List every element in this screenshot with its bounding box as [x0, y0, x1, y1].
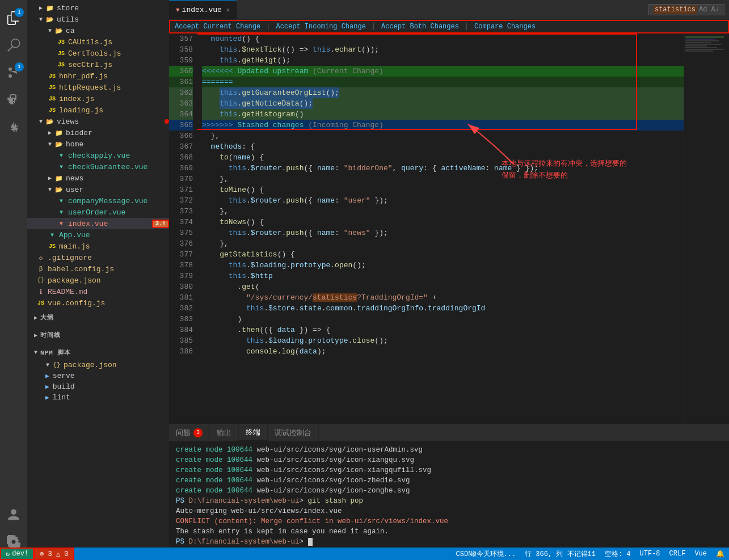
- sidebar-item-cautils[interactable]: JS CAUtils.js: [27, 36, 169, 48]
- npm-build[interactable]: ▶ build: [27, 381, 169, 392]
- terminal-line-2: create mode 100644 web-ui/src/icons/svg/…: [176, 455, 722, 465]
- secctrl-label: secCtrl.js: [68, 61, 169, 69]
- sidebar-item-certtools[interactable]: JS CertTools.js: [27, 48, 169, 59]
- search-widget[interactable]: statistics Ad A↓: [648, 4, 724, 15]
- tab-problems[interactable]: 问题 3: [169, 424, 210, 441]
- sidebar-item-user[interactable]: ▼ 📂 user: [27, 184, 169, 195]
- outline-title[interactable]: ▶ 大纲: [27, 311, 169, 324]
- tab-debug-console[interactable]: 调试控制台: [268, 424, 319, 441]
- code-content[interactable]: 本地与远程拉来的有冲突，选择想要的保留，删除不想要的 mounte: [197, 33, 684, 424]
- folder-arrow: ▶: [45, 174, 54, 183]
- sidebar-item-package[interactable]: {} package.json: [27, 275, 169, 286]
- errors-item[interactable]: ⊗ 3 △ 0: [34, 548, 74, 560]
- tab-close-button[interactable]: ✕: [226, 6, 230, 14]
- main-container: ▶ 📁 store ▼ 📂 utils ▼ 📂 ca JS CAUtils.js: [27, 0, 729, 560]
- terminal-line-1: create mode 100644 web-ui/src/icons/svg/…: [176, 445, 722, 455]
- sidebar-item-store[interactable]: ▶ 📁 store: [27, 2, 169, 14]
- code-line-380: .get(: [202, 281, 684, 292]
- checkguarantee-label: checkGuarantee.vue: [68, 163, 169, 171]
- terminal-line-3: create mode 100644 web-ui/src/icons/svg/…: [176, 465, 722, 475]
- sidebar-item-app-vue[interactable]: ▼ App.vue: [27, 229, 169, 241]
- sidebar-item-httprequest[interactable]: JS httpRequest.js: [27, 82, 169, 93]
- status-spaces[interactable]: 空格: 4: [600, 548, 635, 560]
- search-activity-icon[interactable]: [0, 32, 27, 59]
- sidebar-item-babel[interactable]: β babel.config.js: [27, 263, 169, 275]
- code-editor[interactable]: 357 358 359 360 361 362 363 364 365 366 …: [169, 33, 729, 424]
- status-encoding[interactable]: UTF-8: [635, 548, 665, 560]
- search-text: statistics: [654, 6, 697, 14]
- npm-lint[interactable]: ▶ lint: [27, 392, 169, 403]
- code-line-359: this.getHeigt();: [202, 55, 684, 66]
- sidebar-item-gitignore[interactable]: ◇ .gitignore: [27, 252, 169, 263]
- outline-panel: ▶ 大纲: [27, 309, 169, 326]
- sidebar-item-checkapply[interactable]: ▼ checkapply.vue: [27, 150, 169, 161]
- sidebar-item-utils[interactable]: ▼ 📂 utils: [27, 14, 169, 25]
- line-ending-text: CRLF: [669, 550, 686, 558]
- tab-label: index.vue: [182, 6, 222, 14]
- sidebar-item-ca[interactable]: ▼ 📂 ca: [27, 25, 169, 36]
- folder-icon: 📁: [45, 3, 54, 12]
- compare-changes-link[interactable]: Compare Changes: [474, 23, 536, 31]
- npm-panel: ▼ NPM 脚本 ▼ {} package.json ▶ serve ▶ bui…: [27, 344, 169, 405]
- sidebar-item-main-js[interactable]: JS main.js: [27, 241, 169, 252]
- code-line-364: this.getHistogram(): [202, 109, 684, 120]
- activity-bar: 1 1: [0, 0, 27, 560]
- sidebar-item-hnhr[interactable]: JS hnhr_pdf.js: [27, 70, 169, 82]
- code-line-373: },: [202, 206, 684, 217]
- code-line-384: .then(({ data }) => {: [202, 325, 684, 335]
- npm-arrow: ▼: [34, 350, 38, 356]
- sidebar-item-vue-config[interactable]: JS vue.config.js: [27, 297, 169, 309]
- minimap: [684, 33, 729, 424]
- js-file-icon: JS: [48, 106, 57, 115]
- status-notifications[interactable]: CSDN@今天环境...: [452, 548, 521, 560]
- code-line-383: ): [202, 314, 684, 325]
- explorer-icon[interactable]: 1: [0, 5, 27, 32]
- npm-title[interactable]: ▼ NPM 脚本: [27, 346, 169, 359]
- debug-icon[interactable]: [0, 86, 27, 113]
- problems-label: 问题: [176, 428, 191, 438]
- account-icon[interactable]: [0, 501, 27, 528]
- status-bar: ↻ dev! ⊗ 3 △ 0 CSDN@今天环境... 行 366, 列 不记得…: [0, 548, 729, 560]
- code-line-385: this.$loading.prototype.close();: [202, 335, 684, 346]
- accept-both-link[interactable]: Accept Both Changes: [381, 23, 459, 31]
- sidebar-item-index-vue[interactable]: ▼ index.vue 3.!: [27, 218, 169, 229]
- sidebar-item-news[interactable]: ▶ 📁 news: [27, 172, 169, 184]
- terminal-tabs: 问题 3 输出 终端 调试控制台: [169, 424, 729, 441]
- language-text: Vue: [694, 550, 707, 558]
- sidebar-npm-package[interactable]: ▼ {} package.json: [27, 359, 169, 370]
- npm-build-label: build: [53, 382, 75, 391]
- sidebar-item-checkguarantee[interactable]: ▼ checkGuarantee.vue: [27, 161, 169, 172]
- npm-serve[interactable]: ▶ serve: [27, 370, 169, 381]
- run-build-icon: ▶: [45, 383, 49, 390]
- folder-icon: 📂: [54, 26, 64, 35]
- sidebar-item-companymessage[interactable]: ▼ companyMessage.vue: [27, 195, 169, 207]
- sidebar-item-home[interactable]: ▼ 📂 home: [27, 138, 169, 150]
- extensions-icon[interactable]: [0, 113, 27, 141]
- debug-console-label: 调试控制台: [275, 428, 311, 438]
- tab-index-vue[interactable]: ▼ index.vue ✕: [169, 0, 237, 19]
- timeline-title[interactable]: ▶ 时间线: [27, 329, 169, 342]
- vue-config-label: vue.config.js: [48, 299, 169, 308]
- git-branch-item[interactable]: ↻ dev!: [0, 548, 34, 560]
- sidebar-item-userorder[interactable]: ▼ userOrder.vue: [27, 207, 169, 218]
- status-notifications-bell[interactable]: 🔔: [711, 548, 729, 560]
- status-language[interactable]: Vue: [690, 548, 711, 560]
- status-position[interactable]: 行 366, 列 不记得11: [520, 548, 600, 560]
- timeline-panel: ▶ 时间线: [27, 326, 169, 344]
- terminal-content[interactable]: create mode 100644 web-ui/src/icons/svg/…: [169, 441, 729, 560]
- main-js-label: main.js: [59, 242, 169, 251]
- terminal-line-4: create mode 100644 web-ui/src/icons/svg/…: [176, 475, 722, 486]
- status-line-ending[interactable]: CRLF: [665, 548, 690, 560]
- accept-incoming-link[interactable]: Accept Incoming Change: [276, 23, 365, 31]
- accept-current-link[interactable]: Accept Current Change: [175, 23, 260, 31]
- sidebar-item-views[interactable]: ▼ 📂 views: [27, 116, 169, 127]
- sidebar-item-bidder[interactable]: ▶ 📁 bidder: [27, 127, 169, 138]
- sidebar-item-index-js[interactable]: JS index.js: [27, 93, 169, 104]
- sidebar-item-loading[interactable]: JS loading.js: [27, 104, 169, 116]
- sidebar-item-secctrl[interactable]: JS secCtrl.js: [27, 59, 169, 70]
- tab-output[interactable]: 输出: [210, 424, 239, 441]
- sidebar-item-readme[interactable]: ℹ README.md: [27, 286, 169, 297]
- source-control-icon[interactable]: 1: [0, 59, 27, 86]
- tab-terminal[interactable]: 终端: [239, 424, 268, 441]
- timeline-label: 时间线: [40, 331, 61, 339]
